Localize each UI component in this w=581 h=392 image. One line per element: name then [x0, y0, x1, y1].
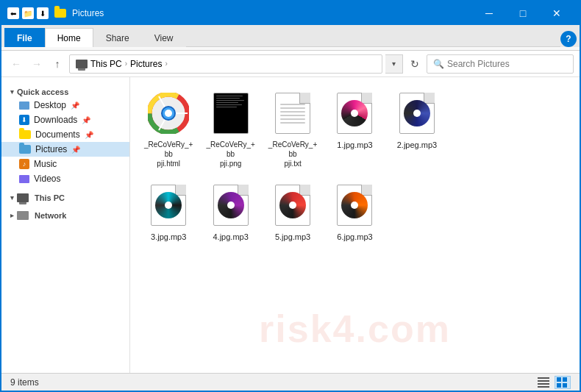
sidebar-videos-label: Videos [34, 174, 60, 184]
chrome-file-icon [145, 90, 192, 137]
txt-line4 [280, 115, 305, 116]
disc-inner-4 [227, 202, 235, 209]
file-item-txt[interactable]: _ReCoVeRy_+bbpji.txt [263, 86, 322, 172]
file-item-mp3-3[interactable]: 3.jpg.mp3 [139, 178, 198, 246]
png-line6 [216, 107, 237, 107]
tab-file[interactable]: File [4, 28, 45, 47]
maximize-button[interactable]: □ [506, 1, 540, 25]
pictures-icon [19, 145, 31, 154]
png-file-icon [207, 90, 254, 137]
mp3-2-label: 2.jpeg.mp3 [397, 140, 437, 150]
txt-thumbnail [275, 93, 310, 134]
network-chevron: ▸ [10, 212, 14, 219]
list-view-icon [538, 377, 549, 388]
files-grid: _ReCoVeRy_+bbpji.html [139, 86, 571, 246]
sidebar-item-pictures[interactable]: Pictures 📌 [1, 142, 129, 157]
thispc-header[interactable]: ▾ This PC [1, 189, 129, 204]
png-inner [214, 93, 248, 133]
titlebar-controls: ─ □ ✕ [472, 1, 574, 25]
network-header[interactable]: ▸ Network [1, 207, 129, 221]
titlebar: ⬅ 📁 ⬇ Pictures ─ □ ✕ [1, 1, 580, 25]
disc-purple [218, 192, 244, 218]
up-button[interactable]: ↑ [49, 55, 66, 73]
ribbon-content [1, 47, 580, 50]
grid-view-button[interactable] [555, 376, 571, 389]
tab-home[interactable]: Home [45, 28, 93, 47]
disc-inner-1 [351, 110, 358, 117]
png-line2 [216, 98, 240, 99]
help-button[interactable]: ? [560, 31, 577, 47]
mp3-5-label: 5.jpg.mp3 [275, 232, 310, 242]
png-thumbnail [213, 93, 249, 134]
sidebar-item-documents[interactable]: Documents 📌 [1, 127, 129, 142]
txt-line2 [280, 107, 305, 109]
quick-access-header[interactable]: ▾ Quick access [1, 83, 129, 98]
forward-button[interactable]: → [28, 55, 46, 73]
item-count: 9 items [10, 377, 39, 388]
png-line1 [216, 96, 243, 96]
file-item-chrome[interactable]: _ReCoVeRy_+bbpji.html [139, 86, 198, 172]
view-controls [535, 376, 571, 389]
mp3-5-thumbnail [275, 185, 310, 226]
main-area: ▾ Quick access Desktop 📌 ⬇ Downloads 📌 D… [1, 77, 580, 373]
sidebar-item-downloads[interactable]: ⬇ Downloads 📌 [1, 113, 129, 127]
mp3-1-icon [331, 90, 378, 137]
disc-inner-2 [413, 110, 421, 117]
breadcrumb-thispc-label: This PC [90, 59, 122, 69]
file-item-mp3-2[interactable]: 2.jpeg.mp3 [388, 86, 446, 172]
titlebar-icon-left: ⬅ [7, 7, 19, 19]
sidebar-downloads-label: Downloads [34, 115, 77, 125]
refresh-button[interactable]: ↻ [406, 55, 424, 73]
list-view-button[interactable] [535, 376, 552, 389]
search-input[interactable] [447, 59, 567, 69]
sidebar-item-music[interactable]: ♪ Music [1, 157, 129, 171]
png-line3 [216, 100, 244, 101]
ribbon-tabs: File Home Share View ? [1, 25, 580, 47]
sidebar-desktop-label: Desktop [34, 100, 66, 110]
quick-access-chevron: ▾ [10, 88, 14, 96]
minimize-button[interactable]: ─ [472, 1, 506, 25]
png-line4 [216, 102, 238, 103]
mp3-6-icon [331, 182, 378, 229]
file-item-mp3-5[interactable]: 5.jpg.mp3 [263, 178, 322, 246]
tab-share[interactable]: Share [93, 28, 142, 47]
search-bar: 🔍 [427, 54, 574, 74]
mp3-6-thumbnail [337, 185, 372, 226]
documents-icon [19, 130, 31, 139]
network-icon [17, 211, 29, 220]
breadcrumb-arrow: › [165, 60, 167, 68]
disc-inner-3 [165, 202, 172, 209]
pin-icon: 📌 [71, 101, 79, 110]
breadcrumb-thispc[interactable]: This PC [76, 59, 122, 69]
png-line5 [216, 104, 242, 105]
sidebar-music-label: Music [34, 159, 57, 169]
breadcrumb-dropdown-button[interactable]: ▾ [385, 54, 403, 74]
titlebar-quick-access: ⬅ 📁 ⬇ [7, 7, 49, 19]
svg-rect-14 [557, 377, 561, 382]
svg-rect-13 [538, 386, 549, 388]
sidebar-item-desktop[interactable]: Desktop 📌 [1, 98, 129, 113]
watermark: risk4.com [259, 307, 451, 351]
svg-rect-11 [538, 380, 549, 382]
sidebar-documents-label: Documents [35, 129, 80, 140]
txt-file-icon [269, 90, 316, 137]
file-item-mp3-4[interactable]: 4.jpg.mp3 [201, 178, 260, 246]
mp3-3-thumbnail [151, 185, 186, 226]
disc-inner-5 [289, 202, 296, 209]
thispc-icon [76, 60, 88, 68]
pin-icon-pic: 📌 [71, 146, 80, 154]
mp3-1-thumbnail [337, 93, 372, 134]
sidebar: ▾ Quick access Desktop 📌 ⬇ Downloads 📌 D… [1, 77, 130, 373]
file-item-mp3-6[interactable]: 6.jpg.mp3 [325, 178, 384, 246]
file-item-png[interactable]: _ReCoVeRy_+bbpji.png [201, 86, 260, 172]
svg-rect-10 [538, 377, 549, 379]
back-button[interactable]: ← [7, 55, 25, 73]
mp3-4-icon [207, 182, 254, 229]
tab-view[interactable]: View [142, 28, 186, 47]
svg-rect-12 [538, 383, 549, 385]
close-button[interactable]: ✕ [540, 1, 574, 25]
svg-point-9 [165, 110, 172, 117]
sidebar-item-videos[interactable]: Videos [1, 171, 129, 186]
breadcrumb: This PC › Pictures › [69, 54, 382, 74]
file-item-mp3-1[interactable]: 1.jpg.mp3 [325, 86, 384, 172]
